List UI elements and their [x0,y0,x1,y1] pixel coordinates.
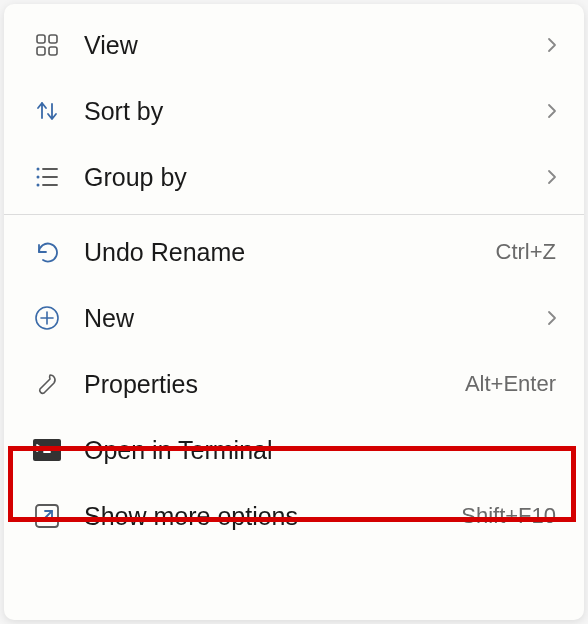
menu-label: Sort by [84,97,544,126]
menu-item-view[interactable]: View [4,12,584,78]
expand-icon [32,501,62,531]
context-menu: View Sort by [4,4,584,620]
menu-item-properties[interactable]: Properties Alt+Enter [4,351,584,417]
svg-rect-3 [49,47,57,55]
menu-label: Open in Terminal [84,436,560,465]
menu-item-sortby[interactable]: Sort by [4,78,584,144]
chevron-right-icon [544,310,560,326]
menu-item-more-options[interactable]: Show more options Shift+F10 [4,483,584,549]
grid-icon [32,30,62,60]
menu-label: Show more options [84,502,461,531]
menu-shortcut: Shift+F10 [461,503,556,529]
svg-rect-1 [49,35,57,43]
menu-item-undo[interactable]: Undo Rename Ctrl+Z [4,219,584,285]
menu-label: Group by [84,163,544,192]
menu-shortcut: Alt+Enter [465,371,556,397]
menu-label: New [84,304,544,333]
svg-point-4 [37,168,40,171]
divider [4,214,584,215]
menu-label: Undo Rename [84,238,496,267]
menu-item-terminal[interactable]: Open in Terminal [4,417,584,483]
chevron-right-icon [544,103,560,119]
menu-label: View [84,31,544,60]
menu-item-new[interactable]: New [4,285,584,351]
svg-rect-0 [37,35,45,43]
group-icon [32,162,62,192]
menu-item-groupby[interactable]: Group by [4,144,584,210]
chevron-right-icon [544,169,560,185]
terminal-icon [32,435,62,465]
plus-circle-icon [32,303,62,333]
chevron-right-icon [544,37,560,53]
menu-shortcut: Ctrl+Z [496,239,557,265]
svg-point-6 [37,176,40,179]
menu-label: Properties [84,370,465,399]
svg-rect-2 [37,47,45,55]
undo-icon [32,237,62,267]
svg-point-8 [37,184,40,187]
wrench-icon [32,369,62,399]
sort-icon [32,96,62,126]
